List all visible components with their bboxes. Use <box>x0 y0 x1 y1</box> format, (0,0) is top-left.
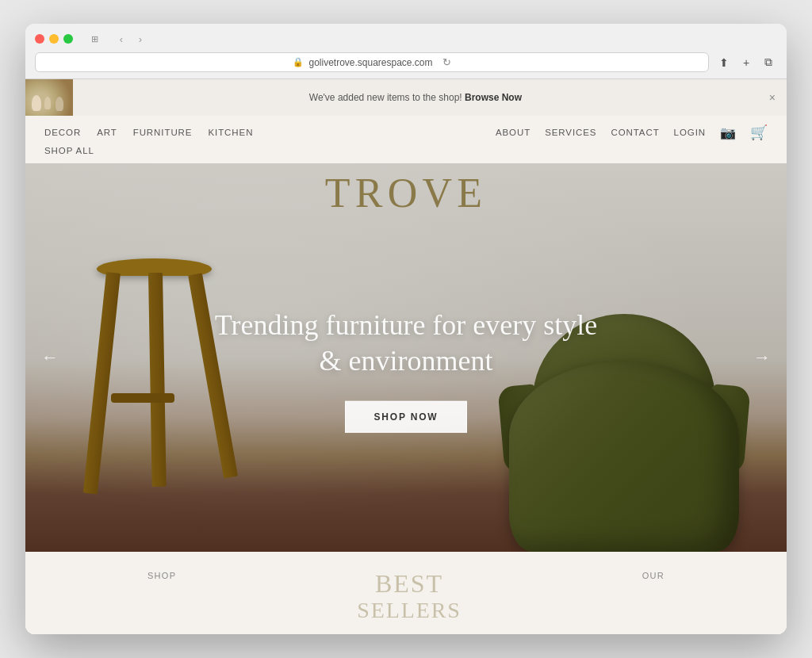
traffic-lights <box>35 34 73 44</box>
below-fold-shop-col: SHOP <box>147 571 176 580</box>
stool-leg-2 <box>148 273 167 487</box>
best-sellers-line2: SELLERS <box>357 598 462 622</box>
nav-left: DECOR ART FURNITURE KITCHEN <box>44 128 253 137</box>
nav-arrows: ‹ › <box>113 32 149 46</box>
url-text: golivetrove.squarespace.com <box>308 57 432 68</box>
browser-chrome: ⊞ ‹ › 🔒 golivetrove.squarespace.com ↻ ⬆ … <box>25 24 787 79</box>
vase-decoration-1 <box>32 95 41 111</box>
sidebar-toggle-button[interactable]: ⊞ <box>86 32 103 46</box>
best-sellers-heading: BEST SELLERS <box>357 571 462 622</box>
instagram-icon[interactable]: 📷 <box>720 125 736 140</box>
nav-item-decor[interactable]: DECOR <box>44 128 81 137</box>
below-fold-our-col: OUR <box>642 571 665 580</box>
below-fold-best-sellers-col: BEST SELLERS <box>357 571 462 622</box>
nav-item-about[interactable]: ABOUT <box>496 128 530 137</box>
nav-item-login[interactable]: LOGIN <box>674 128 706 137</box>
below-fold-shop-label: SHOP <box>147 571 176 580</box>
below-fold-grid: SHOP BEST SELLERS OUR <box>25 571 787 622</box>
website-content: We've added new items to the shop! Brows… <box>25 79 787 634</box>
announcement-link[interactable]: Browse Now <box>465 92 522 103</box>
nav-item-services[interactable]: SERVICES <box>545 128 596 137</box>
cart-icon[interactable]: 🛒 <box>750 124 768 141</box>
site-logo: TROVE <box>25 163 787 216</box>
nav-item-shop-all[interactable]: SHOP ALL <box>44 146 94 155</box>
duplicate-tab-button[interactable]: ⧉ <box>760 54 777 71</box>
lock-icon: 🔒 <box>293 57 304 67</box>
nav-item-contact[interactable]: CONTACT <box>611 128 659 137</box>
back-button[interactable]: ‹ <box>113 32 130 46</box>
hero-headline: Trending furniture for every style & env… <box>208 308 604 379</box>
hero-next-arrow[interactable]: → <box>753 347 771 368</box>
close-window-button[interactable] <box>35 34 44 44</box>
browser-action-buttons: ⬆ + ⧉ <box>715 54 777 71</box>
hero-prev-arrow[interactable]: ← <box>41 347 59 368</box>
shop-now-button[interactable]: SHOP NOW <box>345 401 468 433</box>
announcement-message: We've added new items to the shop! <box>309 92 465 103</box>
stool-rung <box>111 393 174 403</box>
announcement-text: We've added new items to the shop! Brows… <box>73 86 758 109</box>
below-fold-our-label: OUR <box>642 571 665 580</box>
announcement-bar: We've added new items to the shop! Brows… <box>25 79 787 116</box>
hero-content: Trending furniture for every style & env… <box>208 308 604 433</box>
nav-item-art[interactable]: ART <box>97 128 117 137</box>
vase-decoration-2 <box>44 97 51 109</box>
maximize-window-button[interactable] <box>63 34 73 44</box>
announcement-close-button[interactable]: × <box>758 91 787 104</box>
stool-leg-1 <box>83 272 121 494</box>
browser-window: ⊞ ‹ › 🔒 golivetrove.squarespace.com ↻ ⬆ … <box>25 24 787 634</box>
forward-button[interactable]: › <box>132 32 149 46</box>
vase-decoration-3 <box>56 97 63 111</box>
refresh-icon[interactable]: ↻ <box>442 56 451 68</box>
navigation-bar: DECOR ART FURNITURE KITCHEN ABOUT SERVIC… <box>25 116 787 163</box>
window-controls: ⊞ <box>86 32 103 46</box>
nav-item-furniture[interactable]: FURNITURE <box>133 128 193 137</box>
nav-shop-all[interactable]: SHOP ALL <box>44 143 94 157</box>
hero-section: TROVE Trending furniture for every style… <box>25 163 787 552</box>
address-bar[interactable]: 🔒 golivetrove.squarespace.com ↻ <box>35 52 709 72</box>
minimize-window-button[interactable] <box>49 34 59 44</box>
below-fold-section: SHOP BEST SELLERS OUR <box>25 552 787 634</box>
share-button[interactable]: ⬆ <box>715 54 733 71</box>
address-bar-row: 🔒 golivetrove.squarespace.com ↻ ⬆ + ⧉ <box>35 52 777 72</box>
nav-item-kitchen[interactable]: KITCHEN <box>208 128 253 137</box>
new-tab-button[interactable]: + <box>737 54 755 71</box>
site-thumbnail <box>25 79 73 116</box>
nav-right: ABOUT SERVICES CONTACT LOGIN 📷 🛒 <box>496 124 768 141</box>
best-sellers-line1: BEST <box>375 569 443 598</box>
thumbnail-image <box>25 79 73 116</box>
logo-text: TROVE <box>325 170 488 216</box>
